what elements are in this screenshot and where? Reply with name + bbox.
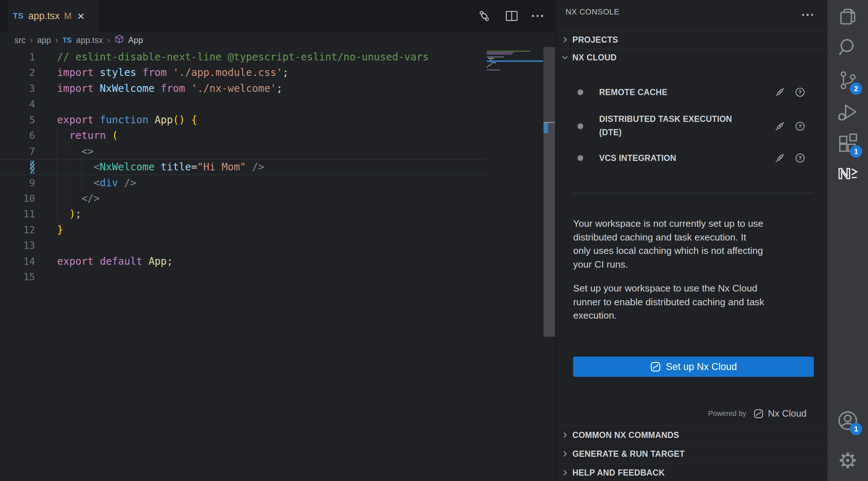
nx-logo-icon bbox=[836, 162, 859, 185]
breadcrumb-item-file[interactable]: app.tsx bbox=[76, 35, 103, 45]
open-changes-icon[interactable] bbox=[477, 9, 491, 23]
section-nx-cloud[interactable]: NX CLOUD bbox=[557, 48, 828, 66]
minimap-current-line bbox=[487, 60, 543, 62]
vscode-window: TS app.tsx M × bbox=[0, 0, 868, 481]
section-generate-run-target[interactable]: GENERATE & RUN TARGET bbox=[557, 445, 828, 463]
chevron-right-icon bbox=[561, 450, 569, 458]
line-number: 12 bbox=[0, 222, 35, 238]
more-actions-icon[interactable] bbox=[532, 15, 543, 17]
editor-scrollbar bbox=[543, 47, 555, 481]
chevron-right-icon bbox=[561, 36, 569, 44]
nx-cloud-brand: Nx Cloud bbox=[768, 408, 807, 419]
typescript-file-icon: TS bbox=[63, 36, 72, 44]
section-common-nx-commands[interactable]: COMMON NX COMMANDS bbox=[557, 426, 828, 444]
minimap[interactable] bbox=[487, 51, 543, 85]
status-dot-icon bbox=[577, 155, 583, 161]
section-projects[interactable]: PROJECTS bbox=[557, 31, 828, 48]
indent-guide bbox=[57, 128, 58, 222]
sidebar-titlebar: NX CONSOLE bbox=[557, 0, 828, 24]
line-number: 4 bbox=[0, 96, 35, 112]
connect-icon[interactable] bbox=[775, 153, 785, 165]
workspace-status-text: Your workspace is not currently set up t… bbox=[573, 217, 817, 271]
code-line: 4 bbox=[0, 96, 487, 112]
code-line: 11 ); bbox=[0, 206, 487, 222]
setup-nx-cloud-button[interactable]: Set up Nx Cloud bbox=[573, 357, 814, 377]
source-control-badge: 2 bbox=[850, 82, 862, 95]
svg-text:?: ? bbox=[798, 123, 802, 129]
sidebar-title: NX CONSOLE bbox=[566, 7, 619, 17]
activity-source-control[interactable]: 2 bbox=[836, 69, 859, 92]
overview-modified-marker bbox=[543, 123, 548, 133]
activity-extensions[interactable]: 1 bbox=[836, 132, 859, 155]
breadcrumb-separator: › bbox=[55, 35, 58, 45]
activity-account[interactable]: 1 bbox=[836, 409, 859, 432]
minimap-line bbox=[487, 67, 488, 68]
help-icon[interactable]: ? bbox=[795, 153, 805, 165]
indent-guide bbox=[81, 159, 82, 191]
account-badge: 1 bbox=[850, 423, 862, 435]
minimap-line bbox=[487, 51, 530, 52]
activity-nx-console[interactable] bbox=[836, 162, 859, 185]
nx-console-sidebar: NX CONSOLE PROJECTS NX CLOUD REMOTE CACH… bbox=[556, 0, 828, 481]
activity-settings[interactable] bbox=[836, 449, 859, 472]
extensions-badge: 1 bbox=[850, 145, 862, 158]
powered-by: Powered by Nx Cloud bbox=[708, 408, 807, 419]
scrollbar-track-top bbox=[543, 47, 555, 122]
close-icon[interactable]: × bbox=[77, 10, 85, 22]
connect-icon[interactable] bbox=[775, 121, 785, 133]
breadcrumb-item-symbol[interactable]: App bbox=[128, 35, 143, 45]
line-number: 2 bbox=[0, 65, 35, 80]
line-number: 10 bbox=[0, 191, 35, 206]
line-number: 14 bbox=[0, 254, 35, 269]
line-number: 7 bbox=[0, 144, 35, 159]
code-line: 1// eslint-disable-next-line @typescript… bbox=[0, 49, 487, 65]
tab-bar: TS app.tsx M × bbox=[0, 0, 555, 32]
activity-bar: 2 1 1 bbox=[828, 0, 868, 481]
svg-text:?: ? bbox=[798, 155, 802, 161]
minimap-line bbox=[490, 64, 492, 65]
code-line: 15 bbox=[0, 269, 487, 285]
editor-group: TS app.tsx M × bbox=[0, 0, 555, 481]
breadcrumb: src › app › TS app.tsx › App bbox=[14, 32, 143, 48]
activity-search[interactable] bbox=[836, 36, 859, 59]
breadcrumb-item-src[interactable]: src bbox=[14, 35, 26, 45]
code-line: 9 <div /> bbox=[0, 175, 487, 191]
code-lines: 1// eslint-disable-next-line @typescript… bbox=[0, 49, 487, 285]
activity-explorer[interactable] bbox=[836, 5, 859, 28]
line-number: 3 bbox=[0, 81, 35, 96]
breadcrumb-item-app[interactable]: app bbox=[37, 35, 51, 45]
chevron-down-icon bbox=[561, 54, 569, 61]
code-editor[interactable]: 1// eslint-disable-next-line @typescript… bbox=[0, 48, 487, 285]
status-dot-icon bbox=[577, 123, 583, 129]
scrollbar-thumb[interactable] bbox=[543, 123, 555, 337]
section-help-and-feedback[interactable]: HELP AND FEEDBACK bbox=[557, 464, 828, 481]
line-number: 9 bbox=[0, 175, 35, 191]
line-number: 15 bbox=[0, 269, 35, 285]
sidebar-more-icon[interactable] bbox=[802, 14, 813, 16]
line-number: 5 bbox=[0, 112, 35, 128]
help-icon[interactable]: ? bbox=[795, 87, 805, 99]
code-line: 10 </> bbox=[0, 191, 487, 206]
editor-actions bbox=[477, 0, 543, 32]
breadcrumb-separator: › bbox=[107, 35, 110, 45]
minimap-line bbox=[487, 54, 512, 55]
activity-run-debug[interactable] bbox=[836, 101, 859, 124]
line-number: 11 bbox=[0, 206, 35, 222]
code-line: 12} bbox=[0, 222, 487, 238]
split-editor-icon[interactable] bbox=[504, 9, 519, 23]
minimap-content bbox=[487, 51, 543, 85]
nx-cloud-logo-icon bbox=[753, 409, 764, 419]
chevron-right-icon bbox=[561, 469, 569, 477]
nx-cloud-logo-icon bbox=[650, 361, 661, 372]
indent-guide bbox=[69, 143, 70, 206]
gutter-modified-marker bbox=[30, 161, 34, 174]
setup-instruction-text: Set up your workspace to use the Nx Clou… bbox=[573, 282, 817, 323]
help-icon[interactable]: ? bbox=[795, 121, 805, 133]
connect-icon[interactable] bbox=[775, 87, 785, 99]
line-number: 13 bbox=[0, 238, 35, 253]
git-modified-badge: M bbox=[64, 11, 72, 21]
tab-app-tsx[interactable]: TS app.tsx M × bbox=[8, 0, 98, 32]
line-number: 1 bbox=[0, 49, 35, 65]
svg-text:?: ? bbox=[798, 89, 802, 95]
symbol-cube-icon bbox=[115, 34, 124, 46]
